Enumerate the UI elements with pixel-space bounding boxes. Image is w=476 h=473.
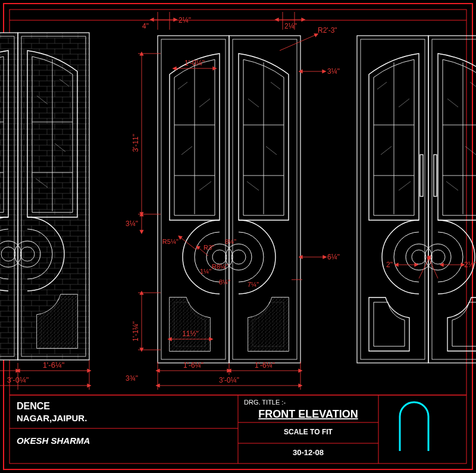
dim-6q: 6¼" [327, 253, 340, 261]
title-block: DENCE NAGAR,JAIPUR. OKESH SHARMA DRG. TI… [10, 395, 428, 463]
dim-7q: 7¼" [248, 281, 259, 288]
dim-2half: 2½" [464, 261, 476, 269]
cad-drawing: 1'-6¼" 1'-6¼" 3'-0¼" 4" 2¼" 2¼" R2'-3" 1… [0, 0, 476, 473]
dim-panel-w: 1'-0¼" [184, 59, 205, 67]
dim-leaf-l: 1'-6¼" [183, 361, 203, 369]
dim-r8: R8¼" [212, 263, 228, 270]
door-right-elevation [357, 36, 476, 363]
door-left-elevation [0, 33, 89, 360]
dim-r3: R3" [203, 244, 214, 251]
scale: SCALE TO FIT [284, 428, 333, 436]
dim-top-2q: 2¼" [178, 16, 191, 24]
dim-top-4in: 4" [142, 22, 149, 30]
project-name: DENCE [17, 401, 50, 411]
dim-leaf-r: 1'-6¼" [255, 361, 275, 369]
dim-bot-edge: 3¾" [126, 374, 138, 383]
dim-left-leaf-b: 1'-6¼" [43, 361, 65, 369]
dim-group-left: 1'-6¼" 1'-6¼" 3'-0¼" [0, 360, 89, 390]
dim-mid-gap: 3¼" [126, 220, 138, 228]
svg-rect-44 [420, 155, 423, 196]
dim-8a: 8¼" [225, 238, 236, 245]
door-center-elevation [158, 36, 300, 363]
dim-total: 3'-0¼" [219, 376, 239, 384]
dim-lowpanel: 1'-1¼" [131, 321, 140, 342]
dim-11half: 11½" [182, 330, 199, 338]
title-label2: DRG. TITLE :- [244, 399, 286, 406]
dim-r5: R5¼" [162, 238, 178, 245]
dim-1q: 1¼" [200, 268, 211, 275]
svg-rect-45 [434, 155, 437, 196]
dim-arc-radius: R2'-3" [318, 26, 337, 35]
dim-panel-h: 3'-11" [131, 134, 140, 152]
dim-right-top: 3¼" [327, 67, 340, 76]
project-location: NAGAR,JAIPUR. [17, 413, 87, 423]
drawing-canvas: 1'-6¼" 1'-6¼" 3'-0¼" 4" 2¼" 2¼" R2'-3" 1… [0, 0, 476, 473]
dim-8b: 8¼" [219, 278, 230, 286]
author: OKESH SHARMA [17, 436, 90, 446]
title-value: FRONT ELEVATION [258, 408, 358, 420]
date: 30-12-08 [293, 448, 324, 457]
dim-top-2q-r: 2¼" [284, 22, 297, 30]
north-arrow-icon [400, 402, 428, 451]
dim-2in: 2" [386, 261, 393, 269]
